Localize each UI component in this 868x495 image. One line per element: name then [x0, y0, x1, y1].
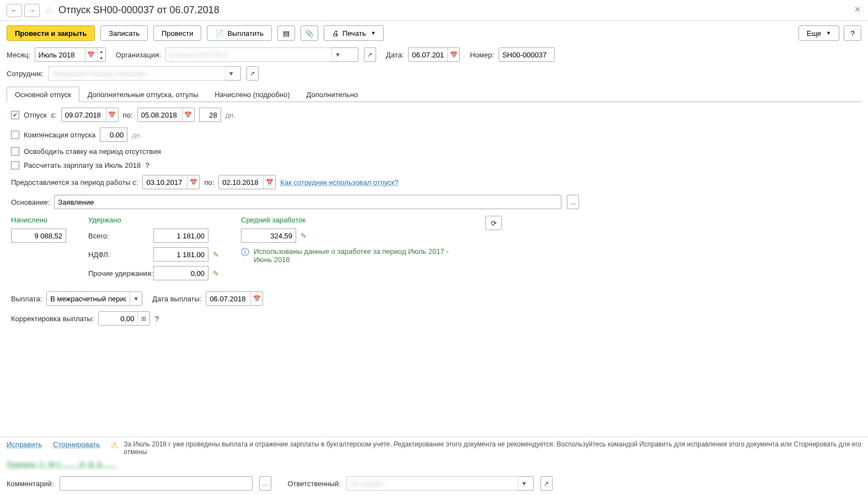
responsible-input[interactable]: ▼: [346, 476, 534, 491]
signatures-link[interactable]: Подписи: С. М С........ И. В. Б.......: [7, 460, 116, 469]
dropdown-icon[interactable]: ▼: [130, 292, 142, 305]
month-input[interactable]: 📅 ▲ ▼: [35, 47, 106, 62]
leave-to-date[interactable]: 📅: [137, 108, 195, 122]
open-employee-button[interactable]: ↗: [247, 66, 259, 81]
info-icon: ⓘ: [241, 247, 249, 258]
date-label: Дата:: [386, 51, 404, 59]
reverse-link[interactable]: Сторнировать: [53, 440, 100, 449]
calc-salary-checkbox[interactable]: [11, 161, 19, 169]
more-button[interactable]: Еще ▼: [799, 25, 839, 41]
post-and-close-button[interactable]: Провести и закрыть: [7, 25, 95, 41]
payout-label: Выплата:: [11, 295, 42, 303]
ndfl-value[interactable]: [153, 247, 208, 262]
employee-label: Сотрудник:: [7, 70, 44, 78]
dropdown-icon[interactable]: ▼: [518, 477, 530, 490]
attach-button[interactable]: 📎: [301, 25, 318, 41]
payout-date-input[interactable]: 📅: [206, 291, 263, 306]
calendar-icon[interactable]: 📅: [182, 108, 194, 121]
print-button[interactable]: 🖨 Печать ▼: [324, 25, 384, 41]
calendar-icon[interactable]: 📅: [250, 292, 262, 305]
open-org-button[interactable]: ↗: [364, 47, 376, 62]
month-label: Месяц:: [7, 51, 30, 59]
spinner-up[interactable]: ▲: [98, 48, 105, 55]
payout-date-label: Дата выплаты:: [152, 295, 201, 303]
number-input[interactable]: [499, 47, 555, 62]
tab-main-leave[interactable]: Основной отпуск: [7, 87, 79, 102]
org-input[interactable]: ▼: [165, 47, 358, 62]
leave-usage-link[interactable]: Как сотрудник использовал отпуск?: [280, 178, 398, 187]
org-label: Организация:: [116, 51, 161, 59]
help-icon[interactable]: ?: [154, 315, 159, 323]
warning-icon: ⚠: [111, 440, 118, 450]
compensation-checkbox[interactable]: [11, 131, 19, 139]
calc-salary-label: Рассчитать зарплату за Июль 2018: [24, 161, 141, 169]
favorite-star-icon[interactable]: ☆: [44, 4, 53, 17]
number-label: Номер:: [470, 51, 494, 59]
release-rate-label: Освободить ставку на период отсутствия: [24, 147, 161, 156]
printer-icon: 🖨: [332, 29, 339, 38]
payout-select[interactable]: ▼: [46, 291, 142, 306]
chevron-down-icon: ▼: [826, 30, 831, 36]
refresh-button[interactable]: ⟳: [485, 216, 502, 230]
tab-bar: Основной отпуск Дополнительные отпуска, …: [7, 86, 861, 102]
open-responsible-button[interactable]: ↗: [540, 476, 553, 491]
period-to-date[interactable]: 📅: [218, 175, 276, 189]
close-button[interactable]: ✕: [853, 4, 862, 14]
basis-select-button[interactable]: …: [567, 195, 579, 209]
withheld-header: Удержано: [88, 216, 219, 224]
accrued-header: Начислено: [11, 216, 66, 224]
avg-header: Средний заработок: [241, 216, 463, 224]
period-from-date[interactable]: 📅: [142, 175, 200, 189]
comment-input[interactable]: [60, 476, 253, 491]
calculator-icon[interactable]: ⊞: [137, 312, 149, 325]
employee-input[interactable]: ▼: [48, 66, 241, 81]
correction-input[interactable]: ⊞: [98, 311, 150, 326]
dropdown-icon[interactable]: ▼: [331, 48, 344, 61]
date-input[interactable]: 📅: [408, 47, 460, 62]
accrued-value[interactable]: [11, 228, 66, 243]
responsible-label: Ответственный:: [288, 480, 341, 488]
leave-label: Отпуск: [24, 111, 47, 119]
spinner-down[interactable]: ▼: [98, 55, 105, 61]
avg-info-text: Использованы данные о заработке за перио…: [254, 247, 463, 264]
tab-accrued-detail[interactable]: Начислено (подробно): [206, 87, 298, 102]
edit-ndfl-icon[interactable]: ✎: [213, 251, 219, 259]
tab-additional[interactable]: Дополнительно: [298, 87, 366, 102]
report-button[interactable]: ▤: [277, 25, 295, 41]
calendar-icon[interactable]: 📅: [447, 48, 459, 61]
nav-back-button[interactable]: ←: [7, 4, 22, 17]
warning-text: За Июль 2018 г уже проведены выплата и о…: [124, 440, 861, 456]
period-label: Предоставляется за период работы с:: [11, 178, 138, 187]
edit-other-icon[interactable]: ✎: [213, 269, 219, 278]
dropdown-icon[interactable]: ▼: [225, 67, 237, 80]
basis-label: Основание:: [11, 198, 50, 206]
nav-forward-button[interactable]: →: [24, 4, 40, 17]
calendar-icon[interactable]: 📅: [187, 175, 199, 189]
total-value[interactable]: [153, 228, 208, 243]
correction-label: Корректировка выплаты:: [11, 315, 94, 323]
help-button[interactable]: ?: [844, 25, 861, 41]
pay-button[interactable]: 📄 Выплатить: [207, 25, 272, 41]
calendar-icon[interactable]: 📅: [85, 48, 97, 61]
avg-value[interactable]: [241, 228, 296, 243]
help-icon[interactable]: ?: [145, 161, 149, 169]
fix-link[interactable]: Исправить: [7, 440, 42, 449]
basis-input[interactable]: [54, 195, 561, 209]
compensation-label: Компенсация отпуска: [24, 131, 95, 139]
tab-additional-leave[interactable]: Дополнительные отпуска, отгулы: [79, 87, 207, 102]
window-title: Отпуск SH00-000037 от 06.07.2018: [58, 4, 219, 16]
calendar-icon[interactable]: 📅: [263, 175, 275, 189]
edit-avg-icon[interactable]: ✎: [301, 232, 307, 240]
compensation-value[interactable]: [100, 127, 127, 142]
release-rate-checkbox[interactable]: [11, 147, 19, 156]
post-button[interactable]: Провести: [153, 25, 202, 41]
comment-select-button[interactable]: …: [259, 476, 271, 491]
leave-from-date[interactable]: 📅: [61, 108, 119, 122]
other-value[interactable]: [153, 266, 208, 280]
days-field[interactable]: [199, 108, 221, 122]
write-button[interactable]: Записать: [100, 25, 148, 41]
leave-checkbox[interactable]: ✔: [11, 111, 19, 119]
paperclip-icon: 📎: [305, 29, 314, 38]
document-icon: ▤: [283, 29, 290, 38]
calendar-icon[interactable]: 📅: [106, 108, 118, 121]
